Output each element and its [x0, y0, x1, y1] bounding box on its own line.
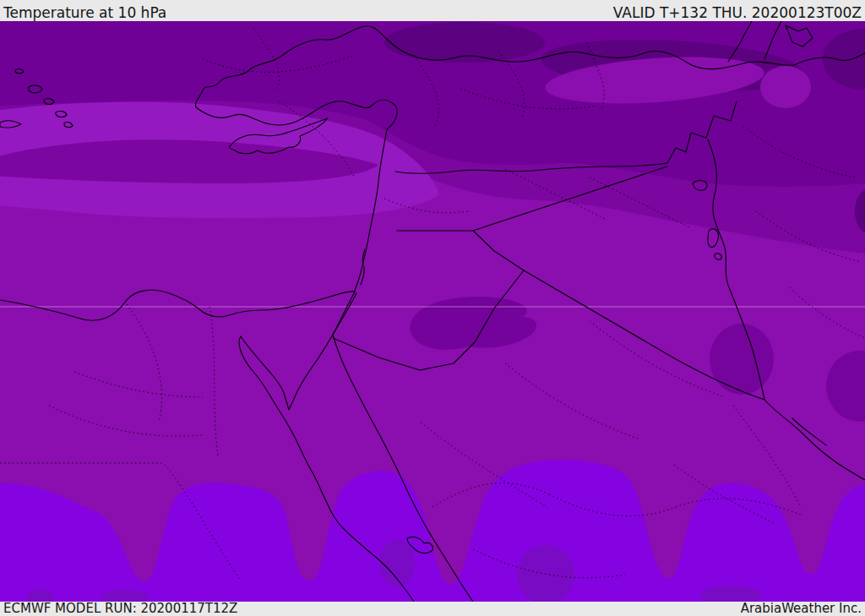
model-run-label: ECMWF MODEL RUN: 20200117T12Z — [3, 602, 237, 616]
temp-violet-dull-4 — [517, 545, 574, 602]
page-title: Temperature at 10 hPa — [3, 5, 166, 21]
map-header: Temperature at 10 hPa VALID T+132 THU. 2… — [0, 0, 865, 21]
temp-blob-darkest-1 — [384, 22, 545, 63]
weather-map-window: Temperature at 10 hPa VALID T+132 THU. 2… — [0, 0, 865, 616]
temp-violet-dull-3 — [379, 540, 415, 587]
map-footer: ECMWF MODEL RUN: 20200117T12Z ArabiaWeat… — [0, 602, 865, 616]
temp-patch-warm-2 — [760, 66, 811, 108]
valid-time-label: VALID T+132 THU. 20200123T00Z — [613, 5, 862, 21]
temp-blob-iran-1 — [710, 324, 774, 395]
brand-label: ArabiaWeather Inc. — [741, 602, 862, 616]
temperature-map — [0, 21, 865, 602]
map-canvas — [0, 21, 865, 602]
